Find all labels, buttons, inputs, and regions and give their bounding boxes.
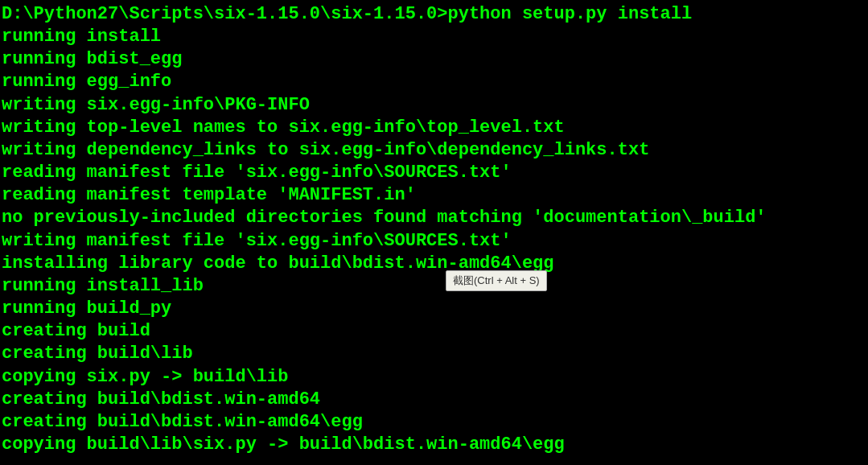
screenshot-tooltip: 截图(Ctrl + Alt + S) — [446, 270, 547, 291]
terminal-line: running install_lib — [2, 275, 866, 298]
terminal-line: writing manifest file 'six.egg-info\SOUR… — [2, 230, 866, 253]
terminal-line: copying build\lib\six.py -> build\bdist.… — [2, 434, 866, 456]
terminal-line: creating build\bdist.win-amd64 — [2, 389, 866, 411]
terminal-line: installing library code to build\bdist.w… — [2, 253, 866, 275]
terminal-line: writing top-level names to six.egg-info\… — [2, 117, 866, 139]
terminal-line: running bdist_egg — [2, 48, 866, 71]
terminal-line: reading manifest file 'six.egg-info\SOUR… — [2, 162, 866, 184]
terminal-line: running install — [2, 26, 866, 48]
terminal-window: D:\Python27\Scripts\six-1.15.0\six-1.15.… — [0, 0, 868, 465]
terminal-line: creating build\bdist.win-amd64\egg — [2, 411, 866, 434]
terminal-line: no previously-included directories found… — [2, 207, 866, 229]
terminal-line: reading manifest template 'MANIFEST.in' — [2, 184, 866, 207]
terminal-line: running egg_info — [2, 71, 866, 93]
terminal-line: writing six.egg-info\PKG-INFO — [2, 94, 866, 117]
terminal-line: creating build\lib — [2, 343, 866, 365]
terminal-line: creating build — [2, 320, 866, 343]
terminal-line: writing dependency_links to six.egg-info… — [2, 139, 866, 162]
terminal-line: running build_py — [2, 298, 866, 320]
terminal-line: copying six.py -> build\lib — [2, 366, 866, 389]
terminal-line: D:\Python27\Scripts\six-1.15.0\six-1.15.… — [2, 3, 866, 26]
